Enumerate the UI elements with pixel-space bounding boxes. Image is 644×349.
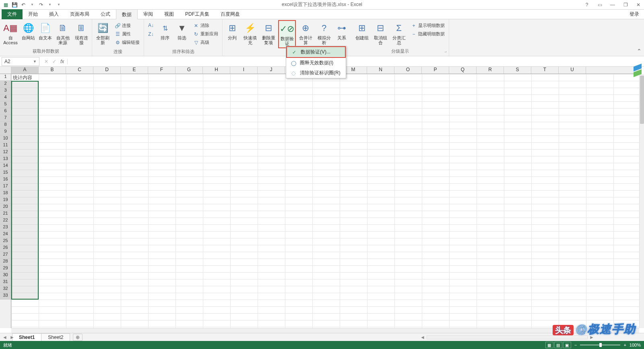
from-text-button[interactable]: 📄自文本 xyxy=(37,20,53,42)
row-header-17[interactable]: 17 xyxy=(0,183,11,190)
row-header-9[interactable]: 9 xyxy=(0,129,11,135)
ribbon-options-icon[interactable]: ▭ xyxy=(596,2,604,8)
column-header-P[interactable]: P xyxy=(422,67,449,74)
show-detail-button[interactable]: +显示明细数据 xyxy=(409,22,446,29)
tab-data[interactable]: 数据 xyxy=(116,9,138,20)
sheet-next-icon[interactable]: ► xyxy=(10,335,14,340)
text-to-columns-button[interactable]: ⊞分列 xyxy=(224,20,240,42)
fx-icon[interactable]: fx xyxy=(60,59,64,64)
zoom-out-button[interactable]: − xyxy=(574,343,577,347)
from-other-button[interactable]: 🗎自其他来源 xyxy=(54,20,72,47)
row-header-2[interactable]: 2 xyxy=(0,81,11,88)
existing-connections-button[interactable]: 🗏现有连接 xyxy=(72,20,90,47)
sheet-hscroll[interactable]: ◄► xyxy=(419,335,596,340)
zoom-handle[interactable] xyxy=(599,343,602,347)
row-header-13[interactable]: 13 xyxy=(0,156,11,163)
undo-icon[interactable]: ↶ xyxy=(20,2,27,8)
tab-insert[interactable]: 插入 xyxy=(43,9,64,19)
row-header-3[interactable]: 3 xyxy=(0,88,11,94)
column-header-R[interactable]: R xyxy=(477,67,504,74)
row-header-32[interactable]: 32 xyxy=(0,286,11,293)
row-header-18[interactable]: 18 xyxy=(0,190,11,197)
row-header-25[interactable]: 25 xyxy=(0,238,11,245)
column-header-E[interactable]: E xyxy=(121,67,148,74)
row-header-21[interactable]: 21 xyxy=(0,211,11,218)
column-header-T[interactable]: T xyxy=(531,67,559,74)
sheet-tab-2[interactable]: Sheet2 xyxy=(41,333,70,341)
remove-duplicates-button[interactable]: ⊟删除重复项 xyxy=(260,20,277,47)
column-header-G[interactable]: G xyxy=(175,67,203,74)
from-web-button[interactable]: 🌐自网站 xyxy=(20,20,36,42)
column-header-D[interactable]: D xyxy=(93,67,121,74)
vertical-scrollbar[interactable] xyxy=(639,74,644,328)
dropdown-circle-invalid[interactable]: ◯圈释无效数据(I) xyxy=(286,58,346,68)
name-box[interactable]: A2▼ xyxy=(2,57,39,66)
row-header-29[interactable]: 29 xyxy=(0,265,11,272)
zoom-level[interactable]: 100% xyxy=(630,343,641,347)
row-header-19[interactable]: 19 xyxy=(0,197,11,204)
cancel-icon[interactable]: ✕ xyxy=(44,59,48,64)
sort-asc-button[interactable]: A↓ xyxy=(147,22,155,29)
namebox-dropdown-icon[interactable]: ▼ xyxy=(33,60,37,64)
redo-dropdown-icon[interactable]: ▼ xyxy=(47,2,53,8)
dropdown-data-validation[interactable]: ✓数据验证(V)... xyxy=(286,46,346,58)
column-header-H[interactable]: H xyxy=(203,67,230,74)
row-header-14[interactable]: 14 xyxy=(0,163,11,170)
tab-pdf[interactable]: PDF工具集 xyxy=(180,9,215,19)
column-header-S[interactable]: S xyxy=(504,67,531,74)
cell-a1[interactable]: 统计内容 xyxy=(11,74,39,81)
column-header-U[interactable]: U xyxy=(559,67,586,74)
view-pagebreak-button[interactable]: ▣ xyxy=(563,342,571,348)
view-layout-button[interactable]: ▤ xyxy=(554,342,562,348)
sheet-prev-icon[interactable]: ◄ xyxy=(2,335,7,340)
row-header-1[interactable]: 1 xyxy=(0,74,11,81)
dropdown-clear-circles[interactable]: ◌清除验证标识圈(R) xyxy=(286,68,346,78)
sort-desc-button[interactable]: Z↓ xyxy=(147,31,155,38)
row-header-23[interactable]: 23 xyxy=(0,224,11,231)
ungroup-button[interactable]: ⊟取消组合 xyxy=(372,20,389,47)
advanced-filter-button[interactable]: ▽高级 xyxy=(192,39,220,46)
horizontal-scrollbar[interactable] xyxy=(11,328,639,333)
row-header-31[interactable]: 31 xyxy=(0,279,11,286)
help-icon[interactable]: ? xyxy=(583,2,591,8)
column-header-Q[interactable]: Q xyxy=(449,67,477,74)
row-header-7[interactable]: 7 xyxy=(0,115,11,122)
zoom-slider[interactable] xyxy=(580,345,620,345)
maximize-icon[interactable]: ❐ xyxy=(621,2,630,8)
column-header-F[interactable]: F xyxy=(148,67,175,74)
row-header-24[interactable]: 24 xyxy=(0,231,11,238)
hide-detail-button[interactable]: −隐藏明细数据 xyxy=(409,30,446,38)
qat-customize-icon[interactable]: ▼ xyxy=(56,2,62,8)
refresh-all-button[interactable]: 🔄全部刷新 xyxy=(94,20,111,47)
row-header-26[interactable]: 26 xyxy=(0,245,11,252)
row-header-15[interactable]: 15 xyxy=(0,170,11,177)
close-icon[interactable]: ✕ xyxy=(634,2,642,8)
sheet-tab-1[interactable]: Sheet1 xyxy=(12,333,41,341)
row-header-27[interactable]: 27 xyxy=(0,252,11,259)
reapply-button[interactable]: ↻重新应用 xyxy=(192,30,220,38)
consolidate-button[interactable]: ⊕合并计算 xyxy=(297,20,314,47)
tab-layout[interactable]: 页面布局 xyxy=(64,9,95,19)
tab-formulas[interactable]: 公式 xyxy=(95,9,116,19)
filter-button[interactable]: ▼筛选 xyxy=(174,20,190,42)
column-header-J[interactable]: J xyxy=(258,67,285,74)
column-header-N[interactable]: N xyxy=(367,67,394,74)
tab-file[interactable]: 文件 xyxy=(2,9,23,19)
column-header-B[interactable]: B xyxy=(39,67,66,74)
tab-view[interactable]: 视图 xyxy=(159,9,180,19)
hscroll-left-icon[interactable]: ◄ xyxy=(419,335,427,340)
properties-button[interactable]: ☰属性 xyxy=(113,30,141,38)
minimize-icon[interactable]: — xyxy=(609,2,617,8)
enter-icon[interactable]: ✓ xyxy=(52,59,56,64)
row-header-6[interactable]: 6 xyxy=(0,108,11,115)
tab-review[interactable]: 审阅 xyxy=(138,9,159,19)
whatif-button[interactable]: ?模拟分析 xyxy=(315,20,333,47)
subtotal-button[interactable]: Σ分类汇总 xyxy=(390,20,408,47)
save-icon[interactable]: 💾 xyxy=(11,2,18,8)
column-header-I[interactable]: I xyxy=(230,67,258,74)
connections-button[interactable]: 🔗连接 xyxy=(113,22,141,29)
from-access-button[interactable]: A▦自 Access xyxy=(2,20,19,47)
row-header-5[interactable]: 5 xyxy=(0,101,11,108)
tab-baidu[interactable]: 百度网盘 xyxy=(215,9,246,19)
cells-area[interactable]: 统计内容 xyxy=(11,74,639,328)
